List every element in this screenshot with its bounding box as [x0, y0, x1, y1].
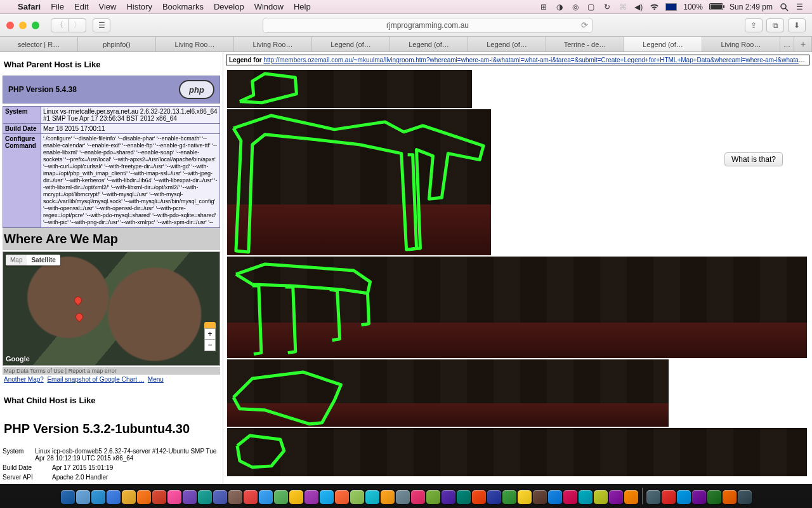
- wifi-icon[interactable]: [650, 2, 659, 11]
- browser-tab[interactable]: phpinfo(): [78, 37, 156, 51]
- tab-overflow[interactable]: …: [780, 37, 794, 51]
- browser-tab[interactable]: Legend (of…: [390, 37, 468, 51]
- close-window-button[interactable]: [6, 22, 14, 29]
- dock-app-icon[interactable]: [487, 490, 501, 504]
- legend-image-row[interactable]: [226, 255, 807, 358]
- new-tab-button[interactable]: ＋: [794, 37, 812, 51]
- volume-icon[interactable]: ◀): [634, 2, 643, 11]
- tabs-overview-button[interactable]: ⧉: [766, 18, 784, 32]
- dock-app-icon[interactable]: [183, 490, 197, 504]
- dock-app-icon[interactable]: [244, 490, 258, 504]
- email-snapshot-link[interactable]: Email snapshot of Google Chart ...: [47, 376, 144, 383]
- dock-app-icon[interactable]: [228, 490, 242, 504]
- dock-app-icon[interactable]: [91, 490, 105, 504]
- menuextra-icon[interactable]: ⊞: [539, 2, 548, 11]
- forward-button[interactable]: 〉: [69, 18, 86, 32]
- dock-app-icon[interactable]: [723, 490, 737, 504]
- menuextra-icon[interactable]: ◑: [554, 2, 564, 11]
- dock-app-icon[interactable]: [518, 490, 532, 504]
- legend-image-row[interactable]: [226, 358, 669, 427]
- dock-app-icon[interactable]: [350, 490, 364, 504]
- dock-app-icon[interactable]: [335, 490, 349, 504]
- map-type-map[interactable]: Map: [6, 255, 27, 265]
- browser-tab[interactable]: Living Roo…: [234, 37, 312, 51]
- menu-edit[interactable]: Edit: [74, 2, 88, 11]
- dock-app-icon[interactable]: [289, 490, 303, 504]
- dock-app-icon[interactable]: [662, 490, 676, 504]
- legend-image-row[interactable]: [226, 69, 472, 108]
- dock-app-icon[interactable]: [692, 490, 706, 504]
- dock-app-icon[interactable]: [61, 490, 75, 504]
- menu-develop[interactable]: Develop: [214, 2, 244, 11]
- dock-app-icon[interactable]: [167, 490, 181, 504]
- dock-app-icon[interactable]: [646, 490, 660, 504]
- dock-app-icon[interactable]: [472, 490, 486, 504]
- menu-history[interactable]: History: [126, 2, 152, 11]
- map-type-satellite[interactable]: Satellite: [27, 255, 60, 265]
- browser-tab[interactable]: Legend (of…: [312, 37, 390, 51]
- dock-app-icon[interactable]: [152, 490, 166, 504]
- dock-app-icon[interactable]: [677, 490, 691, 504]
- browser-tab-active[interactable]: Legend (of…: [624, 37, 702, 51]
- spotlight-icon[interactable]: [779, 2, 789, 11]
- sidebar-toggle-button[interactable]: ☰: [93, 18, 110, 32]
- browser-tab[interactable]: Terrine - de…: [546, 37, 624, 51]
- browser-tab[interactable]: selector | R…: [0, 37, 78, 51]
- dock-app-icon[interactable]: [76, 490, 90, 504]
- back-button[interactable]: 〈: [51, 18, 69, 32]
- dock-app-icon[interactable]: [579, 490, 593, 504]
- zoom-in-button[interactable]: +: [205, 329, 215, 340]
- browser-tab[interactable]: Living Roo…: [156, 37, 234, 51]
- dock-app-icon[interactable]: [738, 490, 752, 504]
- menu-window[interactable]: Window: [254, 2, 284, 11]
- legend-image-row[interactable]: [226, 427, 807, 476]
- dock-app-icon[interactable]: [594, 490, 608, 504]
- another-map-link[interactable]: Another Map?: [4, 376, 44, 383]
- zoom-out-button[interactable]: −: [205, 340, 215, 351]
- menubar-clock[interactable]: Sun 2:49 pm: [730, 3, 773, 11]
- dock-app-icon[interactable]: [411, 490, 425, 504]
- app-name[interactable]: Safari: [18, 2, 41, 11]
- notification-center-icon[interactable]: ☰: [795, 2, 804, 11]
- menu-bookmarks[interactable]: Bookmarks: [162, 2, 204, 11]
- menu-file[interactable]: File: [51, 2, 64, 11]
- menu-help[interactable]: Help: [294, 2, 311, 11]
- dock-app-icon[interactable]: [107, 490, 121, 504]
- dock-app-icon[interactable]: [502, 490, 516, 504]
- browser-tab[interactable]: Living Roo…: [702, 37, 780, 51]
- dock-app-icon[interactable]: [274, 490, 288, 504]
- minimize-window-button[interactable]: [19, 22, 27, 29]
- dock-app-icon[interactable]: [213, 490, 227, 504]
- menu-link[interactable]: Menu: [148, 376, 164, 383]
- bluetooth-icon[interactable]: ⌘: [618, 2, 627, 11]
- dock-app-icon[interactable]: [137, 490, 151, 504]
- address-bar[interactable]: rjmprogramming.com.au ⟳: [263, 18, 593, 33]
- zoom-window-button[interactable]: [32, 22, 39, 29]
- battery-icon[interactable]: [709, 3, 723, 10]
- timemachine-icon[interactable]: ↻: [602, 2, 612, 11]
- what-is-that-button[interactable]: What is that?: [724, 152, 783, 166]
- dock-app-icon[interactable]: [396, 490, 410, 504]
- dock-app-icon[interactable]: [457, 490, 471, 504]
- dock-app-icon[interactable]: [122, 490, 136, 504]
- downloads-button[interactable]: ⬇: [788, 18, 806, 32]
- dock-app-icon[interactable]: [320, 490, 334, 504]
- share-button[interactable]: ⇪: [745, 18, 763, 32]
- google-map[interactable]: Map Satellite + − Google: [3, 251, 220, 366]
- dock-app-icon[interactable]: [365, 490, 379, 504]
- dock-app-icon[interactable]: [198, 490, 212, 504]
- dock-app-icon[interactable]: [563, 490, 577, 504]
- browser-tab[interactable]: Legend (of…: [468, 37, 546, 51]
- dock-app-icon[interactable]: [426, 490, 440, 504]
- dock-app-icon[interactable]: [707, 490, 721, 504]
- dock-app-icon[interactable]: [624, 490, 638, 504]
- legend-url-link[interactable]: http://members.ozemail.com.au/~mkuulma/l…: [263, 57, 809, 64]
- menu-view[interactable]: View: [99, 2, 117, 11]
- dock-app-icon[interactable]: [259, 490, 273, 504]
- legend-image-row[interactable]: [226, 108, 491, 255]
- dock-app-icon[interactable]: [533, 490, 547, 504]
- dock-app-icon[interactable]: [304, 490, 318, 504]
- dock-app-icon[interactable]: [381, 490, 395, 504]
- dock-app-icon[interactable]: [548, 490, 562, 504]
- airplay-icon[interactable]: ▢: [586, 2, 596, 11]
